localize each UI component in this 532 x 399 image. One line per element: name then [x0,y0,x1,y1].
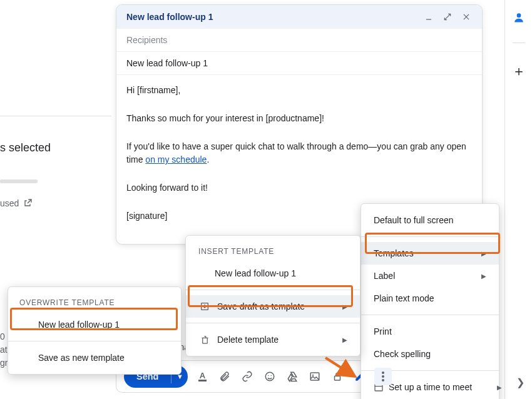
rail-divider [513,43,525,43]
delete-template[interactable]: Delete template▶ [186,328,360,351]
link-icon[interactable] [242,371,253,382]
storage-used[interactable]: used [0,198,111,208]
account-icon[interactable] [513,11,525,24]
svg-point-9 [382,375,384,378]
overwrite-item-1[interactable]: New lead follow-up 1 [8,313,181,336]
svg-point-4 [271,375,272,376]
menu-default-fullscreen[interactable]: Default to full screen [361,209,499,231]
add-icon[interactable]: ＋ [512,62,526,81]
svg-point-6 [312,375,314,376]
svg-point-3 [268,375,269,376]
image-icon[interactable] [309,371,320,382]
more-options-button[interactable] [374,368,392,385]
save-draft-as-template[interactable]: Save draft as template▶ [186,295,360,318]
overwrite-header: OVERWRITE TEMPLATE [8,297,181,313]
compose-title: New lead follow-up 1 [126,12,213,22]
save-as-new-template[interactable]: Save as new template [8,346,181,369]
confidential-icon[interactable] [332,371,343,382]
recipients-field[interactable]: Recipients [116,29,482,52]
emoji-icon[interactable] [264,371,275,382]
trash-icon [198,335,211,345]
background-panel: s selected used [0,116,111,208]
svg-point-8 [382,371,384,374]
menu-plain-text[interactable]: Plain text mode [361,287,499,310]
overwrite-submenu: OVERWRITE TEMPLATE New lead follow-up 1 … [8,286,182,375]
storage-bar [0,179,38,183]
insert-template-header: INSERT TEMPLATE [186,246,360,262]
menu-templates[interactable]: Templates▶ [361,242,499,265]
menu-spelling[interactable]: Check spelling [361,343,499,365]
expand-sidepanel-icon[interactable]: ❯ [516,376,524,388]
svg-rect-1 [426,19,431,20]
svg-point-10 [382,379,384,381]
templates-submenu: INSERT TEMPLATE New lead follow-up 1 Sav… [185,235,361,356]
menu-print[interactable]: Print [361,320,499,343]
right-rail: ＋ [504,0,532,399]
compose-header: New lead follow-up 1 [116,5,482,29]
drive-icon[interactable] [287,371,298,382]
svg-point-0 [516,13,521,18]
body-pitch: If you'd like to have a super quick chat… [126,140,472,166]
template-item-1[interactable]: New lead follow-up 1 [186,262,360,285]
close-button[interactable] [461,11,472,23]
format-toggle-button[interactable]: A [197,371,208,382]
body-greeting: Hi [firstname], [126,84,472,97]
body-thanks: Thanks so much for your interest in [pro… [126,112,472,125]
svg-point-2 [266,372,275,381]
body-closing: Looking forward to it! [126,181,472,194]
subject-field[interactable]: New lead follow-up 1 [116,52,482,75]
open-external-icon [23,198,33,208]
svg-rect-7 [335,376,340,380]
fullscreen-button[interactable] [442,11,453,23]
minimize-button[interactable] [423,11,434,23]
attach-icon[interactable] [219,371,230,382]
save-icon [198,301,211,311]
selection-status: s selected [0,141,111,154]
menu-label[interactable]: Label▶ [361,265,499,287]
schedule-link[interactable]: on my schedule [145,154,207,164]
